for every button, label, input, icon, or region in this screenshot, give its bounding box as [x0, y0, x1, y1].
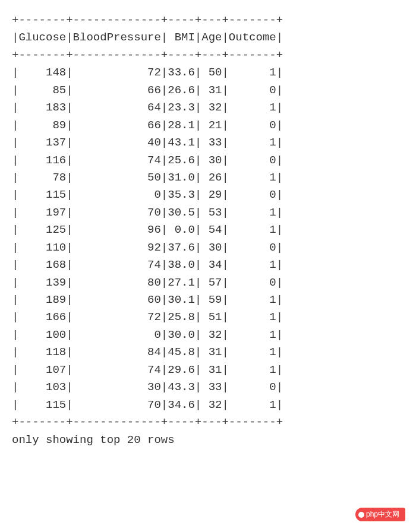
- dataframe-table: +-------+-------------+----+---+-------+…: [12, 12, 404, 449]
